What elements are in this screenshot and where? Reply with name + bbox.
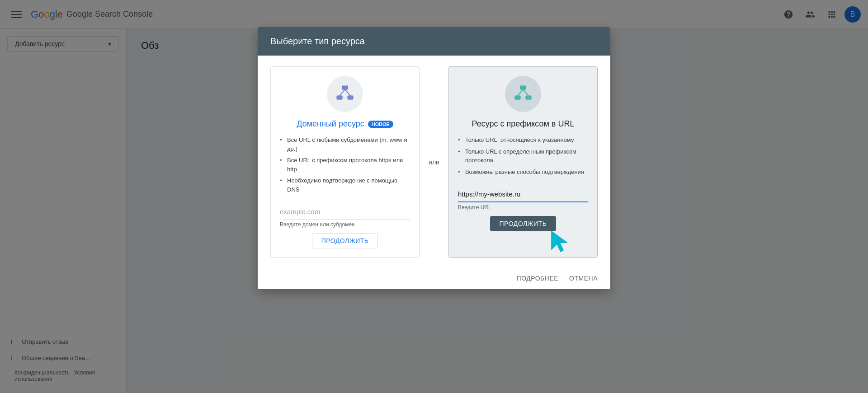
details-button[interactable]: ПОДРОБНЕЕ bbox=[517, 275, 559, 282]
domain-feature-2: Все URL с префиксом протокола https или … bbox=[280, 154, 410, 175]
url-title-row: Ресурс с префиксом в URL bbox=[472, 119, 574, 129]
svg-rect-6 bbox=[515, 96, 520, 99]
url-feature-list: Только URL, относящиеся к указанному Тол… bbox=[458, 134, 588, 178]
url-input-group: Введите URL bbox=[458, 187, 588, 211]
modal-body: Доменный ресурс НОВОЕ Все URL с любыми с… bbox=[258, 56, 610, 269]
new-badge: НОВОЕ bbox=[368, 121, 393, 128]
svg-line-3 bbox=[340, 89, 345, 96]
url-feature-3: Возможны разные способы подтверждения bbox=[458, 166, 588, 178]
url-input-label: Введите URL bbox=[458, 204, 588, 211]
modal-header: Выберите тип ресурса bbox=[258, 27, 610, 56]
domain-input-label: Введите домен или субдомен bbox=[280, 221, 410, 228]
svg-rect-7 bbox=[526, 96, 531, 99]
domain-input[interactable] bbox=[280, 204, 410, 220]
domain-resource-panel[interactable]: Доменный ресурс НОВОЕ Все URL с любыми с… bbox=[270, 66, 420, 258]
url-resource-panel[interactable]: Ресурс с префиксом в URL Только URL, отн… bbox=[448, 66, 598, 258]
modal-title: Выберите тип ресурса bbox=[270, 36, 365, 46]
resource-type-modal: Выберите тип ресурса Доменный ресурс bbox=[258, 27, 610, 289]
svg-line-9 bbox=[523, 89, 528, 96]
url-input[interactable] bbox=[458, 187, 588, 202]
url-title: Ресурс с префиксом в URL bbox=[472, 119, 574, 129]
domain-title-row: Доменный ресурс НОВОЕ bbox=[297, 119, 393, 129]
svg-rect-2 bbox=[348, 96, 353, 99]
svg-rect-1 bbox=[337, 96, 342, 99]
domain-feature-1: Все URL с любыми субдоменами (m, www и д… bbox=[280, 134, 410, 154]
modal-overlay: Выберите тип ресурса Доменный ресурс bbox=[0, 0, 868, 393]
domain-icon-circle bbox=[327, 76, 363, 112]
url-icon-circle bbox=[505, 76, 541, 112]
url-feature-2: Только URL с определенным префиксом прот… bbox=[458, 146, 588, 166]
cancel-button[interactable]: ОТМЕНА bbox=[569, 275, 598, 282]
url-network-icon bbox=[512, 83, 534, 105]
url-continue-button-wrapper: ПРОДОЛЖИТЬ bbox=[490, 216, 557, 231]
svg-line-4 bbox=[345, 89, 350, 96]
modal-footer: ПОДРОБНЕЕ ОТМЕНА bbox=[258, 269, 610, 289]
url-feature-1: Только URL, относящиеся к указанному bbox=[458, 134, 588, 146]
domain-input-group: Введите домен или субдомен bbox=[280, 204, 410, 228]
or-divider: или bbox=[420, 66, 448, 258]
svg-marker-10 bbox=[552, 231, 567, 252]
url-continue-button[interactable]: ПРОДОЛЖИТЬ bbox=[490, 216, 557, 231]
domain-feature-3: Необходимо подтверждение с помощью DNS bbox=[280, 175, 410, 195]
domain-feature-list: Все URL с любыми субдоменами (m, www и д… bbox=[280, 134, 410, 195]
domain-title: Доменный ресурс bbox=[297, 119, 364, 129]
svg-rect-0 bbox=[342, 86, 348, 89]
domain-continue-button[interactable]: ПРОДОЛЖИТЬ bbox=[312, 233, 378, 248]
svg-rect-5 bbox=[520, 86, 526, 89]
svg-line-8 bbox=[518, 89, 523, 96]
domain-network-icon bbox=[334, 83, 356, 105]
